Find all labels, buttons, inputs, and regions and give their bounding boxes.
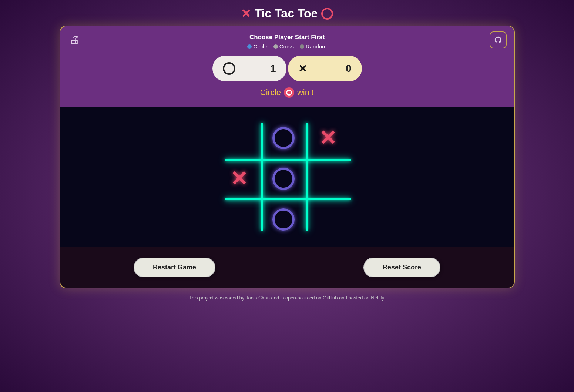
circle-score: 1 <box>270 63 276 74</box>
footer: This project was coded by Janis Chan and… <box>189 295 385 301</box>
choose-label: Choose Player Start First <box>249 34 325 41</box>
netlify-link[interactable]: Netlify <box>371 295 384 301</box>
status-badge <box>284 87 294 98</box>
status-suffix: win ! <box>297 88 314 97</box>
bottom-panel: Restart Game Reset Score <box>60 247 514 288</box>
cross-mark-0-2: ✕ <box>319 128 336 148</box>
radio-circle-dot <box>247 44 252 49</box>
restart-button[interactable]: Restart Game <box>134 258 215 277</box>
cell-2-2[interactable] <box>306 199 350 240</box>
cell-0-0[interactable] <box>217 118 261 158</box>
circle-symbol <box>223 62 235 75</box>
github-button[interactable] <box>490 31 507 48</box>
radio-random-label: Random <box>306 43 327 50</box>
score-row: 1 ✕ 0 <box>212 56 362 81</box>
title-o-icon <box>321 8 333 20</box>
radio-cross[interactable]: Cross <box>273 43 294 50</box>
radio-random-dot <box>300 44 304 49</box>
board-cells: ✕ ✕ <box>217 118 358 236</box>
status-o-inner <box>286 90 292 96</box>
footer-text: This project was coded by Janis Chan and… <box>189 295 370 301</box>
cross-score-card: ✕ 0 <box>288 56 362 81</box>
board-container: ✕ ✕ <box>217 118 358 236</box>
title-x-icon: ✕ <box>241 8 251 20</box>
radio-circle[interactable]: Circle <box>247 43 267 50</box>
cell-1-2[interactable] <box>306 158 350 199</box>
title-bar: ✕ Tic Tac Toe <box>241 7 333 20</box>
circle-mark-2-1 <box>272 208 295 231</box>
top-panel: 🖨 Choose Player Start First Circle Cross… <box>60 26 514 107</box>
board-panel: ✕ ✕ <box>60 107 514 247</box>
radio-cross-dot <box>273 44 278 49</box>
radio-cross-label: Cross <box>279 43 294 50</box>
cell-2-1[interactable] <box>261 199 306 240</box>
circle-score-card: 1 <box>212 56 286 81</box>
main-card: 🖨 Choose Player Start First Circle Cross… <box>60 26 515 288</box>
cross-score: 0 <box>346 63 352 74</box>
radio-random[interactable]: Random <box>300 43 327 50</box>
radio-circle-label: Circle <box>253 43 267 50</box>
circle-mark-0-1 <box>272 127 295 149</box>
radio-group: Circle Cross Random <box>247 43 326 50</box>
reset-score-button[interactable]: Reset Score <box>363 258 440 277</box>
page-title: Tic Tac Toe <box>255 7 318 20</box>
cell-0-2[interactable]: ✕ <box>306 118 350 158</box>
cross-symbol: ✕ <box>298 63 307 75</box>
github-icon <box>494 36 502 44</box>
status-player: Circle <box>260 88 281 97</box>
cross-mark-1-0: ✕ <box>230 168 248 189</box>
status-message: Circle win ! <box>260 87 314 98</box>
cell-1-0[interactable]: ✕ <box>217 158 261 199</box>
cell-2-0[interactable] <box>217 199 261 240</box>
print-button[interactable]: 🖨 <box>69 34 80 46</box>
cell-1-1[interactable] <box>261 158 306 199</box>
circle-mark-1-1 <box>272 168 295 190</box>
cell-0-1[interactable] <box>261 118 306 158</box>
